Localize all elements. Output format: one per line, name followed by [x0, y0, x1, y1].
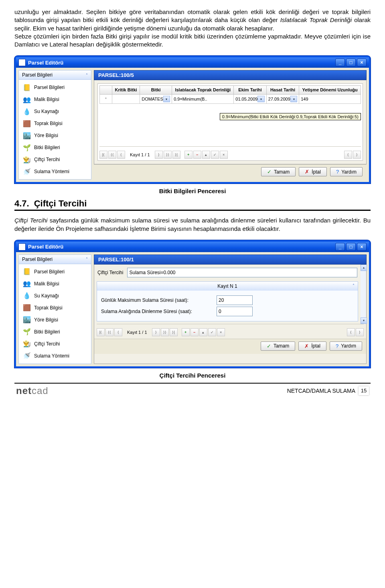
farmer-icon: 👨‍🌾 [23, 156, 31, 164]
help-button[interactable]: ?Yardım [330, 167, 363, 176]
nav-confirm-button[interactable]: ✓ [208, 328, 216, 336]
titlebar[interactable]: Parsel Editörü _ □ × [16, 57, 369, 68]
tooltip: 0.9=Minimum(Bitki Etkili Kök Derinliği:0… [220, 113, 361, 120]
sidebar-item-parsel-bilgileri[interactable]: 📒Parsel Bilgileri [19, 266, 91, 278]
plant-icon: 🌱 [23, 143, 31, 152]
sidebar-item-malik-bilgisi[interactable]: 👥Malik Bilgisi [19, 278, 91, 290]
scroll-right-button[interactable]: ⟩ [356, 328, 364, 336]
sidebar-item-sulama-yontemi[interactable]: 🚿Sulama Yöntemi [19, 166, 91, 178]
sidebar-header[interactable]: Parsel Bilgileri ˄ [19, 71, 91, 80]
sidebar-item-malik-bilgisi[interactable]: 👥Malik Bilgisi [19, 93, 91, 105]
cell-derinlik[interactable]: 0.9=Minimum(B.. [172, 95, 234, 104]
page-footer: netcad NETCAD/DAMLA SULAMA 15 [0, 385, 385, 400]
nav-last-button[interactable]: ⟩| [172, 151, 180, 159]
kayit-group-header[interactable]: Kayıt N 1 ˄ [97, 282, 358, 291]
nav-nextpage-button[interactable]: ⟩⟩ [161, 328, 169, 336]
maximize-button[interactable]: □ [346, 243, 356, 251]
nav-first-button[interactable]: |⟨ [99, 151, 107, 159]
sidebar-item-su-kaynagi[interactable]: 💧Su Kaynağı [19, 290, 91, 302]
nav-delete-button[interactable]: − [190, 328, 199, 336]
bitki-grid[interactable]: Kritik Bitki Bitki Islatılacak Toprak De… [99, 85, 361, 104]
gunluk-max-sulama-label: Günlük Maksimum Sulama Süresi (saat): [101, 297, 213, 303]
scroll-left-button[interactable]: ⟨ [344, 151, 352, 159]
nav-prevpage-button[interactable]: ⟨⟨ [105, 328, 113, 336]
figure-caption-1: Bitki Bilgileri Penceresi [14, 188, 371, 194]
footer-rule [14, 383, 371, 384]
close-button[interactable]: × [357, 243, 367, 251]
cell-ekim[interactable]: 01.05.2009▾ [234, 95, 266, 104]
nav-nextpage-button[interactable]: ⟩⟩ [164, 151, 172, 159]
close-button[interactable]: × [357, 59, 367, 67]
chevron-up-icon: ˄ [86, 257, 88, 261]
scroll-right-button[interactable]: ⟩ [353, 151, 361, 159]
window-title: Parsel Editörü [28, 60, 63, 66]
sidebar-item-bitki-bilgileri[interactable]: 🌱Bitki Bilgileri [19, 326, 91, 338]
cell-bitki[interactable]: DOMATES▾ [140, 95, 172, 104]
scroll-down-icon[interactable]: ▾ [361, 317, 367, 324]
city-icon: 🏙️ [23, 131, 31, 139]
sprinkler-icon: 🚿 [23, 168, 31, 176]
vertical-scrollbar[interactable]: ▴ ▾ [361, 265, 366, 324]
page-number: 15 [359, 386, 369, 395]
ciftci-tercihi-input[interactable] [127, 268, 357, 277]
sidebar-item-ciftci-tercihi[interactable]: 👨‍🌾Çiftçi Tercihi [19, 338, 91, 350]
cell-uzunluk[interactable]: 149 [299, 95, 361, 104]
nav-add-button[interactable]: + [184, 151, 192, 159]
help-button[interactable]: ?Yardım [330, 341, 362, 351]
cell-kritik[interactable] [112, 95, 140, 104]
nav-confirm-button[interactable]: ✓ [211, 151, 219, 159]
table-row[interactable]: * DOMATES▾ 0.9=Minimum(B.. 01.05.2009▾ 2… [100, 95, 361, 104]
gunluk-max-sulama-input[interactable] [217, 295, 253, 305]
ciftci-tercihi-label: Çiftçi Tercihi [97, 270, 123, 275]
sidebar-item-yore-bilgisi[interactable]: 🏙️Yöre Bilgisi [19, 314, 91, 326]
scroll-left-button[interactable]: ⟨ [347, 328, 355, 336]
sidebar-item-su-kaynagi[interactable]: 💧Su Kaynağı [19, 105, 91, 117]
cell-hasat[interactable]: 27.09.2009▾ [266, 95, 299, 104]
record-navigator[interactable]: |⟨ ⟨⟨ ⟨ Kayıt 1 / 1 ⟩ ⟩⟩ ⟩| + − ▴ ✓ [99, 146, 361, 159]
parsel-icon: 📒 [23, 268, 31, 276]
main-header: PARSEL:100/5 [94, 70, 367, 80]
dinlenme-suresi-label: Sulama Aralığında Dinlenme Süresi (saat)… [101, 309, 213, 314]
minimize-button[interactable]: _ [335, 59, 345, 67]
sidebar-item-toprak-bilgisi[interactable]: 🟫Toprak Bilgisi [19, 302, 91, 314]
nav-edit-button[interactable]: ▴ [202, 151, 210, 159]
nav-edit-button[interactable]: ▴ [199, 328, 207, 336]
dinlenme-suresi-input[interactable] [217, 307, 253, 316]
ok-button[interactable]: ✓Tamam [261, 167, 296, 176]
sprinkler-icon: 🚿 [23, 352, 31, 360]
sidebar-item-parsel-bilgileri[interactable]: 📒Parsel Bilgileri [19, 81, 91, 93]
nav-next-button[interactable]: ⟩ [152, 328, 160, 336]
nav-prev-button[interactable]: ⟨ [117, 151, 125, 159]
nav-cancel-button[interactable]: × [220, 151, 228, 159]
dropdown-arrow-icon[interactable]: ▾ [290, 96, 297, 102]
sidebar-item-bitki-bilgileri[interactable]: 🌱Bitki Bilgileri [19, 141, 91, 154]
sidebar-item-sulama-yontemi[interactable]: 🚿Sulama Yöntemi [19, 350, 91, 362]
nav-last-button[interactable]: ⟩| [170, 328, 178, 336]
netcad-logo: netcad [16, 385, 49, 396]
sidebar-item-yore-bilgisi[interactable]: 🏙️Yöre Bilgisi [19, 129, 91, 141]
ok-button[interactable]: ✓Tamam [261, 341, 295, 351]
titlebar[interactable]: Parsel Editörü _ □ × [16, 242, 369, 252]
check-icon: ✓ [267, 169, 272, 175]
nav-prev-button[interactable]: ⟨ [114, 328, 122, 336]
sidebar-item-toprak-bilgisi[interactable]: 🟫Toprak Bilgisi [19, 117, 91, 129]
record-navigator[interactable]: |⟨ ⟨⟨ ⟨ Kayıt 1 / 1 ⟩ ⟩⟩ ⟩| + − ▴ ✓ × [97, 324, 364, 336]
sidebar-item-ciftci-tercihi[interactable]: 👨‍🌾Çiftçi Tercihi [19, 154, 91, 166]
soil-icon: 🟫 [23, 304, 31, 312]
nav-prevpage-button[interactable]: ⟨⟨ [108, 151, 116, 159]
scroll-up-icon[interactable]: ▴ [361, 265, 367, 271]
cancel-button[interactable]: ✗İptal [299, 167, 327, 176]
dropdown-arrow-icon[interactable]: ▾ [257, 96, 264, 102]
sidebar-header[interactable]: Parsel Bilgileri ˄ [19, 255, 91, 264]
nav-delete-button[interactable]: − [193, 151, 201, 159]
help-icon: ? [336, 169, 339, 175]
nav-next-button[interactable]: ⟩ [155, 151, 163, 159]
dropdown-arrow-icon[interactable]: ▾ [163, 96, 170, 102]
nav-add-button[interactable]: + [182, 328, 190, 336]
nav-cancel-button[interactable]: × [217, 328, 225, 336]
maximize-button[interactable]: □ [346, 59, 356, 67]
cancel-button[interactable]: ✗İptal [298, 341, 326, 351]
section-heading: 4.7. Çiftçi Tercihi [14, 198, 371, 209]
minimize-button[interactable]: _ [335, 243, 345, 251]
nav-first-button[interactable]: |⟨ [97, 328, 105, 336]
